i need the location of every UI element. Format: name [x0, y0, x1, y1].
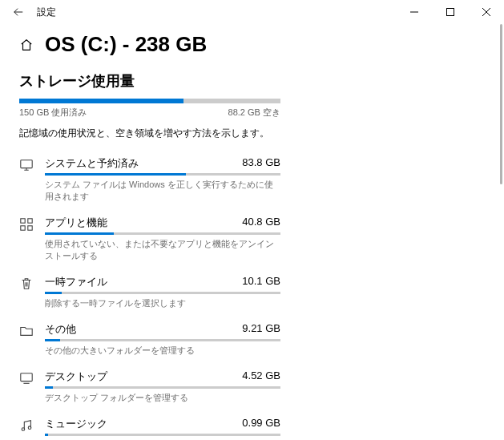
- category-hint: 削除する一時ファイルを選択します: [45, 297, 280, 309]
- category-bar: [45, 292, 280, 294]
- content-area: OS (C:) - 238 GB ストレージ使用量 150 GB 使用済み 88…: [0, 24, 504, 440]
- svg-rect-1: [21, 160, 32, 168]
- category-hint: 使用されていない、または不要なアプリと機能をアンインストールする: [45, 238, 280, 262]
- home-button[interactable]: [19, 38, 34, 52]
- svg-rect-4: [21, 226, 25, 230]
- titlebar: 設定: [0, 0, 504, 24]
- arrow-left-icon: [13, 6, 24, 18]
- category-name: デスクトップ: [45, 369, 107, 384]
- maximize-icon: [446, 8, 454, 16]
- minimize-button[interactable]: [396, 0, 432, 24]
- category-name: その他: [45, 322, 76, 337]
- category-item[interactable]: デスクトップ4.52 GBデスクトップ フォルダーを管理する: [19, 361, 280, 409]
- category-name: アプリと機能: [45, 216, 107, 230]
- close-button[interactable]: [468, 0, 504, 24]
- category-item[interactable]: アプリと機能40.8 GB使用されていない、または不要なアプリと機能をアンインス…: [19, 208, 280, 267]
- category-bar: [45, 173, 280, 176]
- storage-description: 記憶域の使用状況と、空き領域を増やす方法を示します。: [19, 127, 485, 140]
- category-item[interactable]: システムと予約済み83.8 GBシステム ファイルは Windows を正しく実…: [19, 148, 280, 208]
- category-body: アプリと機能40.8 GB使用されていない、または不要なアプリと機能をアンインス…: [45, 216, 280, 262]
- apps-icon: [19, 216, 35, 262]
- category-item[interactable]: その他9.21 GBその他の大きいフォルダーを管理する: [19, 314, 280, 361]
- used-label: 150 GB 使用済み: [19, 107, 87, 119]
- back-button[interactable]: [6, 6, 30, 18]
- section-title: ストレージ使用量: [19, 71, 485, 91]
- category-body: デスクトップ4.52 GBデスクトップ フォルダーを管理する: [45, 369, 280, 404]
- page-title: OS (C:) - 238 GB: [45, 32, 207, 57]
- overall-usage-labels: 150 GB 使用済み 88.2 GB 空き: [19, 107, 280, 119]
- category-name: ミュージック: [45, 417, 107, 431]
- desktop-icon: [19, 369, 35, 404]
- category-body: その他9.21 GBその他の大きいフォルダーを管理する: [45, 322, 280, 357]
- category-bar: [45, 339, 280, 341]
- svg-rect-0: [446, 9, 454, 16]
- overall-usage-bar: [19, 99, 280, 103]
- category-name: システムと予約済み: [45, 156, 139, 171]
- music-icon: [19, 417, 35, 440]
- category-hint: デスクトップ フォルダーを管理する: [45, 392, 280, 404]
- category-size: 9.21 GB: [242, 322, 280, 337]
- category-hint: システム ファイルは Windows を正しく実行するために使用されます: [45, 179, 280, 203]
- category-list: システムと予約済み83.8 GBシステム ファイルは Windows を正しく実…: [19, 148, 280, 440]
- category-hint: その他の大きいフォルダーを管理する: [45, 345, 280, 357]
- window-controls: [396, 0, 504, 24]
- minimize-icon: [410, 8, 418, 16]
- category-bar: [45, 232, 280, 235]
- category-size: 83.8 GB: [242, 156, 280, 171]
- category-name: 一時ファイル: [45, 275, 107, 289]
- category-size: 10.1 GB: [242, 275, 280, 289]
- category-item[interactable]: ミュージック0.99 GBミュージック フォルダーを管理する: [19, 409, 280, 440]
- maximize-button[interactable]: [432, 0, 468, 24]
- svg-rect-6: [21, 373, 32, 381]
- category-body: ミュージック0.99 GBミュージック フォルダーを管理する: [45, 417, 280, 440]
- category-bar: [45, 386, 280, 389]
- category-item[interactable]: 一時ファイル10.1 GB削除する一時ファイルを選択します: [19, 267, 280, 314]
- window-title: 設定: [37, 6, 56, 19]
- category-size: 0.99 GB: [242, 417, 280, 431]
- svg-point-8: [28, 426, 31, 430]
- trash-icon: [19, 275, 35, 309]
- close-icon: [482, 8, 490, 16]
- svg-rect-5: [28, 226, 32, 230]
- svg-rect-3: [28, 219, 32, 223]
- category-size: 40.8 GB: [242, 216, 280, 230]
- svg-rect-2: [21, 219, 25, 223]
- settings-window: 設定 OS (C:) - 238 GB ストレージ使用量 150 GB: [0, 0, 504, 440]
- free-label: 88.2 GB 空き: [228, 107, 280, 119]
- category-size: 4.52 GB: [242, 369, 280, 384]
- monitor-icon: [19, 156, 35, 203]
- category-bar: [45, 434, 280, 436]
- category-body: 一時ファイル10.1 GB削除する一時ファイルを選択します: [45, 275, 280, 309]
- folder-icon: [19, 322, 35, 357]
- category-body: システムと予約済み83.8 GBシステム ファイルは Windows を正しく実…: [45, 156, 280, 203]
- home-icon: [19, 38, 34, 52]
- page-header: OS (C:) - 238 GB: [19, 32, 485, 57]
